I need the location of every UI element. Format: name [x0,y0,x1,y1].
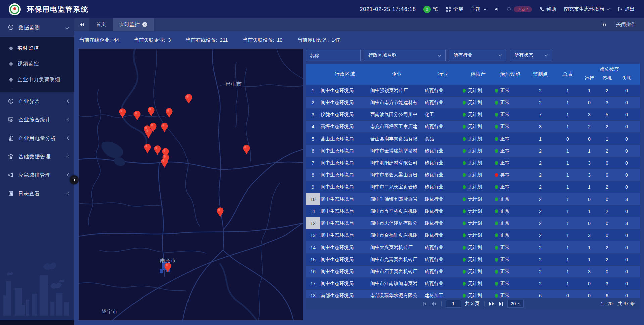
page-size-select[interactable]: 20 [507,300,524,308]
limit-status-label: 无计划 [468,88,482,94]
enterprise-panel: 行政区域名称 所有行业 所有状态 行政区域 企业 行业 停限产 治污设施 监测点… [306,49,640,320]
row-meter-cell: 1 [555,112,580,117]
map-pin[interactable] [145,128,152,139]
col-header-points: 监测点 [526,64,555,85]
row-company-cell: 营山县润丰肉食品有限 [370,136,424,142]
map-panel[interactable]: 巴中市南充市遂宁市 [79,49,303,320]
notifications-button[interactable]: 2632 [506,6,532,12]
row-points-cell: 2 [526,88,555,93]
name-search-input[interactable] [306,50,361,61]
sidebar-item-log-view[interactable]: 日志查看 [0,184,74,203]
status-dot-green [495,258,498,262]
map-pin[interactable] [185,94,193,104]
row-index-cell: 13 [306,229,320,241]
double-chevron-right-icon[interactable] [602,22,607,27]
sidebar-item-enterprise-statistics[interactable]: 企业综合统计 [0,111,74,129]
map-pin[interactable] [216,207,224,217]
sidebar-item-power-analysis[interactable]: 企业用电量分析 [0,129,74,148]
sidebar-subitem-power-load-detail[interactable]: 企业电力负荷明细 [0,72,74,88]
sidebar-subitem-realtime-monitor[interactable]: 实时监控 [0,40,74,56]
row-stop-cell: 0 [598,160,616,166]
tab-realtime-monitor[interactable]: 实时监控✕ [113,18,154,31]
mute-button[interactable] [494,7,499,12]
map-pin[interactable] [133,110,141,121]
tab-home[interactable]: 首页 [89,18,113,31]
table-row[interactable]: 5营山生态环境局营山县润丰肉食品有限食品无计划正常10010 [306,133,640,145]
map-pin[interactable] [147,106,155,117]
map-pin[interactable] [119,108,126,118]
table-row[interactable]: 9阆中生态环境局阆中市二龙长宝页岩砖砖瓦行业无计划正常21120 [306,181,640,193]
row-region-cell: 营山生态环境局 [320,136,370,142]
row-stop-cell: 2 [598,257,616,262]
row-points-cell: 3 [526,124,555,129]
facility-status-label: 正常 [500,112,510,118]
sidebar-item-emergency-reduction[interactable]: 应急减排管理 [0,166,74,184]
first-page-button[interactable] [422,302,427,306]
row-stop-cell: 0 [598,233,616,238]
map-pin[interactable] [164,262,172,273]
map-pin[interactable] [154,145,161,155]
theme-dropdown[interactable]: 主题 [471,6,487,12]
table-row[interactable]: 18南部生态环境局南部县瑞华水泥有限公建材加工无计划正常60060 [306,290,640,298]
tab-close-icon[interactable]: ✕ [142,22,147,27]
table-row[interactable]: 2阆中生态环境局阆中市南方节能建材有砖瓦行业无计划正常21030 [306,97,640,109]
industry-select[interactable]: 所有行业 [449,50,506,61]
map-pin[interactable] [144,143,151,154]
help-button[interactable]: 帮助 [539,6,556,12]
row-index-cell: 11 [306,205,320,217]
table-row[interactable]: 15阆中生态环境局阆中市光富页岩机砖厂砖瓦行业无计划正常21120 [306,254,640,266]
sidebar-item-enterprise-abnormal[interactable]: 企业异常 [0,92,74,111]
row-lost-cell: 0 [616,136,637,142]
tabs-scroll-left-button[interactable] [74,18,89,31]
col-header-meter: 总表 [555,64,580,85]
row-industry-cell: 砖瓦行业 [424,257,462,263]
page-input[interactable] [446,300,461,308]
col-header-industry: 行业 [424,64,462,85]
datetime-label: 2021-02-25 17:46:18 [360,6,416,12]
row-facility-status-cell: 正常 [494,196,526,202]
table-row[interactable]: 7阆中生态环境局阆中明阳建材有限公司砖瓦行业无计划正常21300 [306,157,640,169]
row-industry-cell: 砖瓦行业 [424,184,462,190]
status-select[interactable]: 所有状态 [510,50,552,61]
table-row[interactable]: 17阆中生态环境局阆中市江南镇阆南页岩砖瓦行业无计划正常21030 [306,278,640,290]
region-select[interactable]: 行政区域名称 [364,50,446,61]
row-region-cell: 阆中生态环境局 [320,172,370,178]
map-pin[interactable] [161,158,168,168]
col-header-company: 企业 [370,64,424,85]
sidebar-item-data-monitor[interactable]: 数据监测 [0,18,74,37]
map-pin[interactable] [161,122,168,133]
table-row[interactable]: 14阆中生态环境局阆中大兴页岩机砖厂砖瓦行业无计划正常21120 [306,241,640,254]
row-facility-status-cell: 正常 [494,245,526,251]
table-row[interactable]: 16阆中生态环境局阆中市石子页岩机砖厂砖瓦行业无计划正常21300 [306,266,640,278]
table-row[interactable]: 8阆中生态环境局阆中市枣碧大梁山页岩砖瓦行业无计划异常21300 [306,169,640,181]
logout-button[interactable]: 退出 [618,6,635,12]
row-meter-cell: 1 [555,209,580,214]
sidebar-item-label: 基础数据管理 [18,154,51,160]
table-row[interactable]: 12阆中生态环境局阆中市忠信建材有限公砖瓦行业无计划正常21003 [306,217,640,229]
table-row[interactable]: 1阆中生态环境局阆中强锐页岩砖厂砖瓦行业无计划正常21120 [306,85,640,97]
fullscreen-button[interactable]: 全屏 [446,6,463,12]
map-pin[interactable] [243,144,250,155]
map-pin[interactable] [165,108,173,118]
last-page-button[interactable] [499,302,503,306]
row-stop-cell: 0 [598,172,616,178]
table-row[interactable]: 3仪陇生态环境局西南油气田分公司川中化工无计划正常71350 [306,109,640,121]
close-operations-button[interactable]: 关闭操作 [616,21,636,28]
temperature-widget: 0 ℃ [423,6,438,13]
table-row[interactable]: 13阆中生态环境局阆中市金福旺页岩机砖砖瓦行业无计划正常21300 [306,229,640,241]
table-row[interactable]: 11阆中生态环境局阆中市五马桥页岩机砖砖瓦行业无计划正常21120 [306,205,640,217]
next-page-button[interactable] [489,302,495,306]
sidebar-subitem-video-monitor[interactable]: 视频监控 [0,56,74,72]
limit-status-label: 无计划 [468,148,482,154]
table-row[interactable]: 4高坪生态环境局南充市高坪区王家店建砖瓦行业无计划正常31220 [306,121,640,133]
org-dropdown[interactable]: 南充市生态环境局 [564,6,610,12]
sidebar-collapse-handle[interactable] [70,175,79,184]
row-facility-status-cell: 正常 [494,293,526,298]
row-lost-cell: 0 [616,209,637,214]
prev-page-button[interactable] [431,302,437,306]
table-row[interactable]: 6阆中生态环境局阆中市金博瑞新型墙材砖瓦行业无计划正常21120 [306,145,640,157]
sidebar-item-base-data[interactable]: 基础数据管理 [0,148,74,166]
row-stop-cell: 0 [598,197,616,202]
table-row[interactable]: 10阆中生态环境局阆中千佛镇五郎垭页岩砖瓦行业无计划正常21003 [306,193,640,205]
row-points-cell: 2 [526,184,555,190]
